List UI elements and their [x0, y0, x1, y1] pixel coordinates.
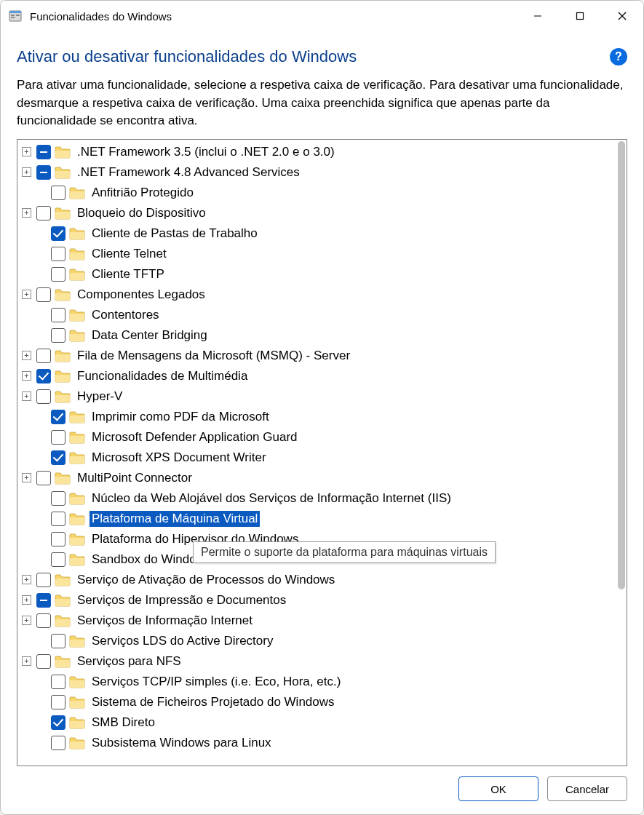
feature-item[interactable]: Contentores: [17, 305, 616, 325]
expander-icon[interactable]: +: [22, 391, 31, 401]
expander-icon[interactable]: +: [22, 595, 31, 605]
scrollbar-thumb[interactable]: [618, 141, 625, 589]
expander-icon[interactable]: +: [22, 290, 31, 299]
feature-item[interactable]: Sistema de Ficheiros Projetado do Window…: [17, 692, 616, 712]
feature-checkbox[interactable]: [51, 532, 65, 546]
feature-item[interactable]: + Bloqueio do Dispositivo: [17, 203, 616, 223]
feature-item[interactable]: + Serviços de Informação Internet: [17, 611, 616, 631]
feature-checkbox[interactable]: [51, 675, 65, 689]
expander-icon[interactable]: +: [22, 167, 31, 177]
expander-icon[interactable]: +: [22, 147, 31, 156]
feature-item[interactable]: + Serviço de Ativação de Processos do Wi…: [17, 570, 616, 590]
feature-checkbox[interactable]: [36, 471, 51, 485]
feature-item[interactable]: + Hyper-V: [17, 386, 616, 407]
expander-icon[interactable]: +: [22, 351, 31, 360]
feature-label[interactable]: SMB Direto: [90, 715, 157, 731]
feature-label[interactable]: Fila de Mensagens da Microsoft (MSMQ) - …: [75, 348, 352, 364]
feature-item[interactable]: Microsoft Defender Application Guard: [17, 427, 616, 448]
feature-item[interactable]: Anfitrião Protegido: [17, 183, 616, 203]
feature-item[interactable]: Cliente de Pastas de Trabalho: [17, 223, 616, 244]
feature-label[interactable]: Cliente de Pastas de Trabalho: [90, 226, 260, 242]
feature-checkbox[interactable]: [51, 267, 65, 282]
feature-checkbox[interactable]: [51, 328, 65, 343]
feature-checkbox[interactable]: [51, 491, 65, 506]
feature-item[interactable]: + Fila de Mensagens da Microsoft (MSMQ) …: [17, 346, 616, 366]
feature-item[interactable]: SMB Direto: [17, 712, 616, 733]
feature-label[interactable]: Serviços LDS do Active Directory: [90, 633, 275, 649]
feature-label[interactable]: Plataforma de Máquina Virtual: [90, 511, 260, 527]
expander-icon[interactable]: +: [22, 616, 31, 625]
feature-checkbox[interactable]: [51, 226, 65, 241]
feature-checkbox[interactable]: [51, 308, 65, 322]
feature-item[interactable]: Cliente TFTP: [17, 264, 616, 285]
minimize-button[interactable]: [517, 1, 559, 31]
feature-checkbox[interactable]: [51, 450, 65, 465]
feature-label[interactable]: Cliente Telnet: [90, 246, 169, 262]
feature-checkbox[interactable]: [51, 430, 65, 445]
feature-label[interactable]: Microsoft XPS Document Writer: [90, 450, 269, 466]
feature-label[interactable]: Subsistema Windows para Linux: [90, 735, 274, 751]
feature-label[interactable]: Serviços TCP/IP simples (i.e. Eco, Hora,…: [90, 674, 343, 690]
feature-item[interactable]: Cliente Telnet: [17, 244, 616, 264]
feature-label[interactable]: Microsoft Defender Application Guard: [90, 429, 300, 445]
feature-checkbox[interactable]: [51, 410, 65, 424]
feature-item[interactable]: + Serviços para NFS: [17, 651, 616, 672]
feature-label[interactable]: Núcleo da Web Alojável dos Serviços de I…: [90, 490, 453, 506]
feature-label[interactable]: Serviços para NFS: [75, 653, 183, 669]
close-button[interactable]: [601, 1, 643, 31]
feature-checkbox[interactable]: [36, 593, 51, 608]
feature-checkbox[interactable]: [36, 389, 51, 404]
feature-checkbox[interactable]: [36, 369, 51, 383]
feature-label[interactable]: Anfitrião Protegido: [90, 185, 196, 201]
scrollbar[interactable]: [618, 141, 625, 764]
feature-checkbox[interactable]: [36, 165, 51, 180]
feature-label[interactable]: Hyper-V: [75, 389, 124, 405]
feature-checkbox[interactable]: [36, 349, 51, 363]
feature-checkbox[interactable]: [51, 247, 65, 261]
feature-label[interactable]: Cliente TFTP: [90, 266, 167, 282]
feature-item[interactable]: + .NET Framework 4.8 Advanced Services: [17, 162, 616, 183]
feature-label[interactable]: MultiPoint Connector: [75, 470, 194, 486]
feature-checkbox[interactable]: [51, 736, 65, 750]
cancel-button[interactable]: Cancelar: [547, 776, 627, 801]
feature-label[interactable]: Bloqueio do Dispositivo: [75, 205, 208, 221]
ok-button[interactable]: OK: [458, 776, 538, 801]
feature-item[interactable]: Subsistema Windows para Linux: [17, 733, 616, 753]
feature-label[interactable]: Data Center Bridging: [90, 327, 210, 343]
tree-scroll[interactable]: + .NET Framework 3.5 (inclui o .NET 2.0 …: [17, 140, 616, 766]
feature-label[interactable]: Serviços de Informação Internet: [75, 613, 255, 629]
feature-item[interactable]: + Serviços de Impressão e Documentos: [17, 590, 616, 611]
feature-checkbox[interactable]: [51, 634, 65, 648]
feature-item[interactable]: Imprimir como PDF da Microsoft: [17, 407, 616, 427]
feature-item[interactable]: Plataforma de Máquina Virtual: [17, 509, 616, 529]
feature-checkbox[interactable]: [36, 206, 51, 220]
feature-label[interactable]: Componentes Legados: [75, 287, 207, 303]
feature-label[interactable]: Sistema de Ficheiros Projetado do Window…: [90, 694, 337, 710]
feature-item[interactable]: Data Center Bridging: [17, 325, 616, 346]
expander-icon[interactable]: +: [22, 473, 31, 482]
feature-item[interactable]: Núcleo da Web Alojável dos Serviços de I…: [17, 488, 616, 509]
expander-icon[interactable]: +: [22, 371, 31, 381]
feature-checkbox[interactable]: [51, 512, 65, 526]
expander-icon[interactable]: +: [22, 575, 31, 584]
feature-label[interactable]: Imprimir como PDF da Microsoft: [90, 409, 271, 425]
feature-checkbox[interactable]: [36, 287, 51, 302]
feature-label[interactable]: Funcionalidades de Multimédia: [75, 368, 250, 384]
feature-item[interactable]: + MultiPoint Connector: [17, 468, 616, 488]
feature-label[interactable]: .NET Framework 4.8 Advanced Services: [75, 164, 302, 180]
feature-item[interactable]: + Componentes Legados: [17, 285, 616, 305]
help-icon[interactable]: ?: [610, 48, 627, 65]
feature-checkbox[interactable]: [36, 573, 51, 587]
feature-checkbox[interactable]: [51, 715, 65, 730]
feature-checkbox[interactable]: [51, 695, 65, 709]
feature-item[interactable]: + .NET Framework 3.5 (inclui o .NET 2.0 …: [17, 142, 616, 162]
expander-icon[interactable]: +: [22, 656, 31, 666]
maximize-button[interactable]: [559, 1, 601, 31]
feature-checkbox[interactable]: [51, 186, 65, 200]
feature-item[interactable]: Microsoft XPS Document Writer: [17, 448, 616, 468]
feature-item[interactable]: Serviços TCP/IP simples (i.e. Eco, Hora,…: [17, 672, 616, 692]
feature-label[interactable]: Serviço de Ativação de Processos do Wind…: [75, 572, 337, 588]
feature-item[interactable]: Serviços LDS do Active Directory: [17, 631, 616, 651]
feature-checkbox[interactable]: [51, 552, 65, 567]
feature-checkbox[interactable]: [36, 145, 51, 159]
